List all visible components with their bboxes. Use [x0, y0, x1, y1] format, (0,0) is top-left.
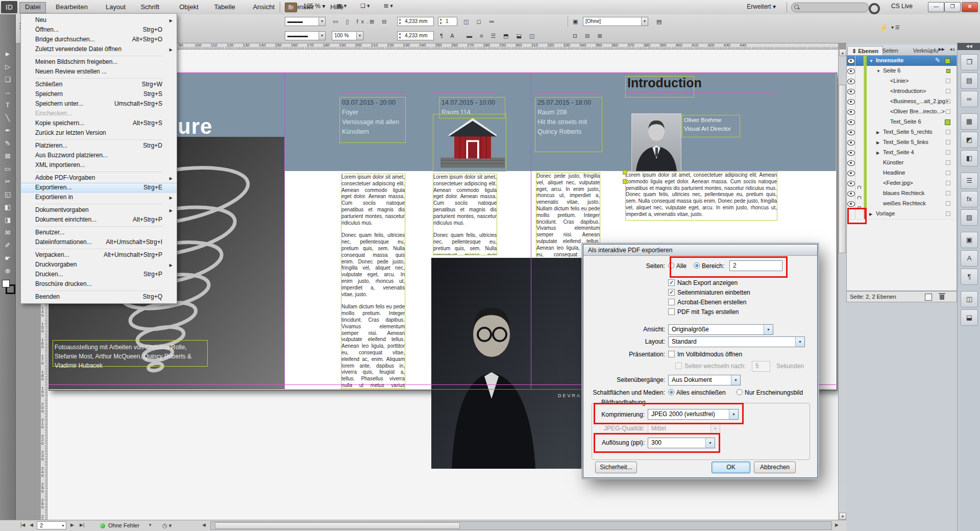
vollbild-checkbox[interactable]: [668, 351, 675, 357]
scissors-tool[interactable]: ✂: [2, 176, 14, 188]
layers-panel-icon[interactable]: ▤: [961, 73, 978, 89]
text-column[interactable]: Lorem ipsum dolor sit amet, consectetuer…: [433, 174, 497, 255]
lock-toggle[interactable]: [855, 127, 864, 137]
visibility-toggle[interactable]: [847, 168, 855, 178]
zoom-level-dropdown[interactable]: 125 % ▾: [303, 3, 325, 10]
disclosure-triangle-icon[interactable]: ▶: [876, 151, 879, 155]
menu-datei[interactable]: Datei: [19, 2, 46, 13]
visibility-toggle[interactable]: [847, 76, 855, 86]
count-field[interactable]: ▲ ▼1: [438, 17, 457, 26]
type-tool[interactable]: T: [2, 99, 14, 111]
hscroll-right-arrow[interactable]: ▶: [835, 522, 839, 527]
file-menu-item-xml-importieren-[interactable]: XML importieren...: [21, 160, 177, 170]
selection-square[interactable]: [946, 150, 950, 155]
file-menu-item-speichern[interactable]: SpeichernStrg+S: [21, 89, 177, 99]
layer-row-innenseite[interactable]: ▼Innenseite✎: [847, 56, 957, 66]
quick-apply-icon[interactable]: ⚡: [879, 23, 888, 32]
nur-radio[interactable]: [737, 389, 743, 395]
file-menu-item-neu[interactable]: Neu▶: [21, 15, 177, 25]
export-checkbox-0[interactable]: ✓: [668, 279, 675, 286]
visibility-toggle[interactable]: [847, 178, 855, 188]
file-menu-item-brosch-re-drucken-[interactable]: Broschüre drucken...: [21, 279, 177, 289]
export-checkbox-2[interactable]: [668, 299, 675, 305]
visibility-toggle[interactable]: [847, 188, 855, 199]
vertical-scroll-thumb[interactable]: [839, 85, 846, 253]
grid-icons[interactable]: ⊡ ⊟ ⊞: [573, 29, 605, 42]
layout-dropdown[interactable]: Standard▼: [668, 336, 805, 347]
swatches-panel-icon[interactable]: ◩: [961, 132, 978, 148]
visibility-toggle[interactable]: [847, 137, 855, 148]
visibility-toggle[interactable]: [847, 127, 855, 137]
layer-row-text-seite-5-rechts[interactable]: ▶Text_Seite 5_rechts: [847, 127, 957, 138]
layer-row--linie-[interactable]: <Linie>: [847, 76, 957, 87]
preflight-menu-arrow[interactable]: ▾: [149, 522, 152, 527]
hand-tool[interactable]: ☛: [2, 252, 14, 264]
gradient-swatch-tool[interactable]: ◧: [2, 201, 14, 213]
page-tool[interactable]: ❑: [2, 74, 14, 86]
house-frame[interactable]: [433, 114, 506, 172]
gradient-panel-icon[interactable]: ◧: [961, 150, 978, 166]
fill-swatch[interactable]: [2, 280, 10, 287]
layer-row-seite-6[interactable]: ▼Seite 6: [847, 66, 957, 77]
selection-square[interactable]: [946, 191, 950, 196]
stroke-panel-icon[interactable]: ☰: [961, 173, 978, 189]
preflight-panel-icon[interactable]: ◷ ▾: [162, 522, 172, 529]
panel-menu-icon[interactable]: ▾ ☰: [891, 25, 900, 30]
horizontal-scrollbar[interactable]: [210, 521, 832, 530]
selection-square[interactable]: [945, 119, 950, 125]
file-menu-item-dokumentvorgaben[interactable]: Dokumentvorgaben▶: [21, 205, 177, 215]
visibility-toggle[interactable]: [847, 96, 855, 107]
direct-selection-tool[interactable]: ▷: [2, 61, 14, 73]
layer-row-blaues-rechteck[interactable]: blaues Rechteck: [847, 188, 957, 199]
selection-square[interactable]: [946, 160, 950, 165]
visibility-toggle[interactable]: [847, 56, 855, 66]
restore-button[interactable]: ❐: [944, 2, 961, 12]
object-style-combo[interactable]: [Ohne]▼: [583, 17, 648, 26]
jpeg-qualitaet-dropdown[interactable]: Mittel▼: [648, 423, 720, 434]
menu-bearbeiten[interactable]: Bearbeiten: [51, 2, 93, 12]
file-menu-item--ffnen-[interactable]: Öffnen...Strg+O: [21, 25, 177, 35]
last-page-button[interactable]: ▶|: [80, 522, 84, 527]
page-number-dropdown[interactable]: 2▼: [37, 521, 66, 529]
file-menu-item-platzieren-[interactable]: Platzieren...Strg+D: [21, 141, 177, 151]
selection-square[interactable]: [946, 201, 950, 206]
menu-schrift[interactable]: Schrift: [135, 2, 164, 12]
lock-toggle[interactable]: [855, 168, 864, 178]
visibility-toggle[interactable]: [847, 148, 855, 158]
lock-toggle[interactable]: [855, 117, 864, 127]
layer-row--oliver-bre-irecto-[interactable]: <Oliver Bre...irecto...>: [847, 107, 957, 117]
lock-toggle[interactable]: [855, 86, 864, 96]
selection-square[interactable]: [946, 79, 950, 83]
abbrechen-button[interactable]: Abbrechen: [754, 462, 796, 473]
file-menu-item-exportieren-in[interactable]: Exportieren in▶: [21, 192, 177, 202]
file-menu-item-zuletzt-verwendete-datei-ffnen[interactable]: Zuletzt verwendete Datei öffnen▶: [21, 44, 177, 54]
export-checkbox-3[interactable]: [668, 308, 675, 315]
visibility-toggle[interactable]: [847, 158, 855, 168]
selection-square[interactable]: [946, 211, 950, 216]
file-menu-item-dokument-einrichten-[interactable]: Dokument einrichten...Alt+Strg+P: [21, 215, 177, 225]
line-tool[interactable]: ╲: [2, 112, 14, 124]
uebergaenge-dropdown[interactable]: Aus Dokument▼: [668, 375, 741, 385]
seitenwechsel-checkbox[interactable]: [675, 363, 682, 369]
object-styles-panel-icon[interactable]: ▣: [961, 232, 978, 248]
disclosure-triangle-icon[interactable]: ▶: [876, 140, 879, 145]
distribute-icons[interactable]: ⬒ ⬓ ◫: [503, 29, 537, 42]
text-wrap-panel-icon[interactable]: ◫: [961, 291, 978, 307]
frame-anchor-handle[interactable]: [623, 170, 627, 175]
opacity-combo[interactable]: 100 %▼: [332, 31, 363, 40]
sicherheit-button[interactable]: Sicherheit...: [595, 462, 637, 473]
file-menu-item-exportieren-[interactable]: Exportieren...Strg+E: [21, 183, 177, 192]
selection-square[interactable]: [946, 89, 950, 93]
file-menu-item-zur-ck-zur-letzten-version[interactable]: Zurück zur letzten Version: [21, 128, 177, 138]
align-icons[interactable]: ▬ ≡ ☰: [467, 29, 499, 42]
lock-toggle[interactable]: [855, 148, 864, 158]
export-checkbox-1[interactable]: ✓: [668, 289, 675, 296]
file-menu-item-druckvorgaben[interactable]: Druckvorgaben▶: [21, 260, 177, 270]
visibility-toggle[interactable]: [847, 86, 855, 96]
text-column[interactable]: Lorem ipsum dolor sit amet, consectetuer…: [341, 174, 405, 389]
layer-row-text-seite-6[interactable]: Text_Seite 6: [847, 117, 957, 128]
disclosure-triangle-icon[interactable]: ▼: [869, 59, 873, 63]
dialog-title[interactable]: Als interaktive PDF exportieren: [583, 245, 817, 256]
file-menu-item-speichern-unter-[interactable]: Speichern unter...Umschalt+Strg+S: [21, 99, 177, 109]
links-panel-icon[interactable]: ∞: [961, 91, 978, 107]
